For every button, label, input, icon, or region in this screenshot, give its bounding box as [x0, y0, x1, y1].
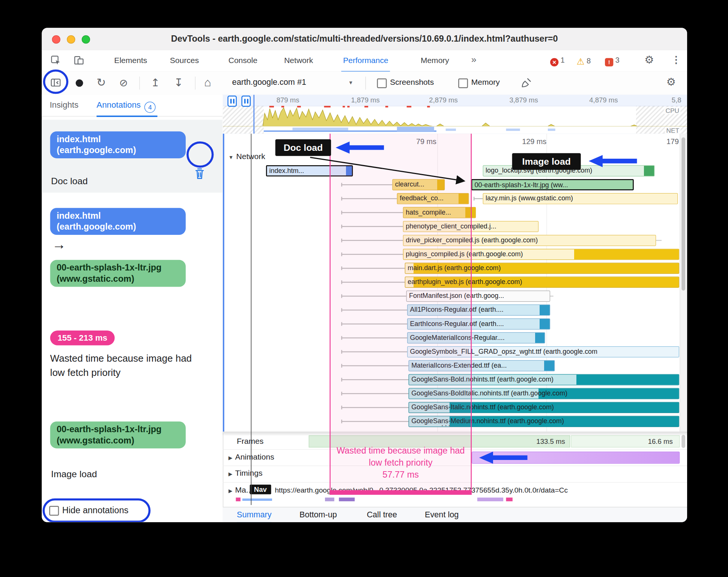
track-separator[interactable]	[223, 432, 687, 433]
tab-insights[interactable]: Insights	[50, 95, 78, 116]
network-request-bar[interactable]: index.htm...	[266, 165, 353, 176]
more-requests-indicator[interactable]: ...	[441, 418, 451, 428]
scrollbar-thumb[interactable]	[681, 137, 685, 290]
request-whisker	[341, 323, 407, 324]
request-whisker	[341, 337, 407, 338]
network-request-bar[interactable]: MaterialIcons-Extended.ttf (ea...	[409, 360, 555, 371]
expand-triangle-icon[interactable]: ▶	[229, 488, 232, 493]
network-request-bar[interactable]: GoogleSans-Bold.nohints.ttf (earth.googl…	[409, 374, 679, 385]
image-load-callout[interactable]: Image load	[512, 153, 581, 170]
network-request-bar[interactable]: clearcut...	[392, 179, 445, 191]
overview-tick: 879 ms	[277, 96, 299, 104]
main-track-header[interactable]: ▶Ma...	[229, 485, 253, 495]
tab-summary[interactable]: Summary	[237, 507, 272, 522]
network-request-bar[interactable]: EarthIcons-Regular.otf (earth....	[407, 319, 550, 330]
tab-annotations[interactable]: Annotations4	[96, 95, 157, 117]
delete-annotation-icon[interactable]	[194, 168, 205, 182]
annotation-pill-doc[interactable]: index.html (earth.google.com)	[50, 131, 186, 158]
network-request-bar[interactable]: feedback_co...	[397, 193, 469, 204]
network-request-bar[interactable]: GoogleSans-Italic.nohints.ttf (earth.goo…	[409, 402, 679, 413]
range-handle-right[interactable]	[241, 96, 251, 107]
title-bar: DevTools - earth.google.com/static/multi…	[42, 28, 687, 51]
network-request-bar[interactable]: lazy.min.js (www.gstatic.com)	[483, 193, 678, 204]
tab-elements[interactable]: Elements	[112, 50, 149, 71]
annotations-count-badge: 4	[144, 102, 156, 113]
network-request-bar[interactable]: GoogleSymbols_FILL_GRAD_opsz_wght.ttf (e…	[407, 346, 679, 358]
timings-track-header[interactable]: ▶Timings	[229, 469, 263, 478]
tab-bottom-up[interactable]: Bottom-up	[299, 507, 337, 522]
memory-checkbox[interactable]	[458, 78, 468, 88]
device-toolbar-icon[interactable]	[74, 56, 84, 67]
annotation-label[interactable]: Doc load	[51, 176, 88, 186]
inspect-element-icon[interactable]	[51, 55, 61, 67]
network-request-bar[interactable]: FontManifest.json (earth.goog...	[406, 290, 551, 302]
expand-triangle-icon[interactable]: ▶	[229, 455, 232, 460]
tab-event-log[interactable]: Event log	[425, 507, 459, 522]
issues-badge[interactable]: ! 3	[605, 56, 620, 66]
network-request-bar[interactable]: hats_compile...	[403, 207, 476, 218]
tab-performance[interactable]: Performance	[341, 50, 390, 72]
sidebar-tab-bar: Insights Annotations4	[42, 95, 222, 116]
annotation-link-to-pill[interactable]: 00-earth-splash-1x-ltr.jpg (www.gstatic.…	[50, 260, 186, 287]
tab-memory[interactable]: Memory	[419, 50, 451, 71]
animation-bar[interactable]	[472, 452, 680, 464]
kebab-menu-icon[interactable]: ⋮	[671, 54, 681, 66]
network-request-bar[interactable]: 00-earth-splash-1x-ltr.jpg (ww...	[471, 179, 634, 191]
request-whisker	[341, 212, 403, 213]
hide-annotations-checkbox[interactable]	[49, 506, 59, 516]
network-request-bar[interactable]: phenotype_client_compiled.j...	[403, 221, 538, 232]
request-whisker	[341, 184, 392, 185]
network-request-bar[interactable]: plugins_compiled.js (earth.google.com)	[403, 249, 679, 260]
tab-network[interactable]: Network	[282, 50, 315, 71]
annotation-label[interactable]: Image load	[51, 469, 97, 479]
request-whisker	[341, 198, 397, 199]
overview-tick: 2,879 ms	[429, 96, 457, 104]
wasted-time-text: Wasted time because image had low fetch …	[333, 445, 468, 469]
scrollbar-thumb[interactable]	[681, 435, 685, 448]
clear-recording-icon[interactable]: ⊘	[119, 77, 128, 89]
home-icon[interactable]: ⌂	[204, 76, 211, 89]
panel-settings-gear-icon[interactable]: ⚙	[666, 76, 676, 88]
wasted-time-value: 57.77 ms	[333, 470, 468, 480]
target-dropdown-caret-icon[interactable]: ▼	[348, 80, 353, 86]
wasted-time-range-bar[interactable]	[329, 490, 472, 494]
issues-icon: !	[605, 58, 613, 66]
tab-console[interactable]: Console	[227, 50, 259, 71]
download-profile-icon[interactable]: ↧	[174, 77, 183, 89]
screenshots-checkbox[interactable]	[377, 78, 387, 88]
timeline-overview[interactable]: 879 ms 1,879 ms 2,879 ms 3,879 ms 4,879 …	[223, 95, 687, 134]
cpu-label: CPU	[664, 107, 681, 114]
collect-garbage-icon[interactable]	[521, 78, 532, 90]
request-whisker	[341, 240, 403, 241]
annotation-range-pill[interactable]: 155 - 213 ms	[50, 331, 115, 346]
annotation-pill-image[interactable]: 00-earth-splash-1x-ltr.jpg (www.gstatic.…	[50, 421, 186, 448]
annotation-range-item: 155 - 213 ms Wasted time because image h…	[42, 331, 222, 400]
toggle-sidebar-icon[interactable]	[51, 78, 61, 89]
network-request-bar[interactable]: earthplugin_web.js (earth.google.com)	[405, 276, 679, 288]
tab-sources[interactable]: Sources	[168, 50, 201, 71]
expand-triangle-icon[interactable]: ▶	[229, 471, 232, 477]
upload-profile-icon[interactable]: ↥	[151, 77, 160, 89]
annotation-range-label[interactable]: Wasted time because image had low fetch …	[50, 351, 208, 380]
nav-marker-chip[interactable]: Nav	[250, 485, 271, 494]
tab-call-tree[interactable]: Call tree	[367, 507, 397, 522]
devtools-window: DevTools - earth.google.com/static/multi…	[42, 28, 687, 522]
more-tabs-icon[interactable]: »	[471, 54, 477, 65]
network-request-bar[interactable]: GoogleMaterialIcons-Regular....	[407, 332, 545, 344]
network-track-canvas[interactable]: 79 ms 129 ms 179 m ▼Network index.htm...…	[223, 134, 687, 431]
network-request-bar[interactable]: GoogleSans-BoldItalic.nohints.ttf (earth…	[409, 388, 679, 399]
target-selector[interactable]: earth.google.com #1	[232, 78, 306, 87]
frame-bar[interactable]: 16.6 ms	[571, 435, 680, 447]
doc-load-callout[interactable]: Doc load	[275, 139, 331, 156]
console-warnings-badge[interactable]: ⚠ 8	[577, 56, 591, 67]
navigation-marker-line	[251, 134, 251, 505]
reload-and-record-icon[interactable]: ↻	[96, 76, 106, 89]
settings-gear-icon[interactable]: ⚙	[644, 54, 654, 66]
network-request-bar[interactable]: All1PIcons-Regular.otf (earth....	[407, 305, 550, 316]
annotation-link-from-pill[interactable]: index.html (earth.google.com)	[50, 208, 186, 235]
range-handle-left[interactable]	[227, 96, 237, 107]
network-request-bar[interactable]: main.dart.js (earth.google.com)	[405, 263, 679, 274]
network-request-bar[interactable]: drive_picker_compiled.js (earth.google.c…	[403, 235, 656, 246]
console-errors-badge[interactable]: ✕ 1	[550, 56, 565, 66]
record-button[interactable]	[76, 80, 83, 87]
